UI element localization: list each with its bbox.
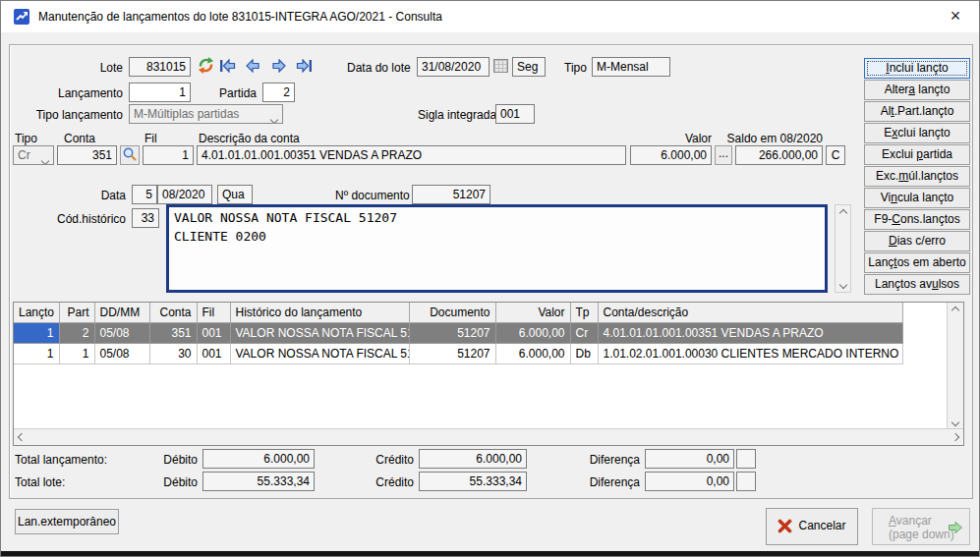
vincula-lancto-button[interactable]: Vincula lançto xyxy=(864,188,970,208)
saldo-label: Saldo em 08/2020 xyxy=(689,132,823,145)
conta-tipo-label: Tipo xyxy=(15,132,37,145)
nav-first-icon[interactable] xyxy=(219,59,236,73)
debito-label: Débito xyxy=(148,475,198,489)
grid-vertical-scrollbar[interactable] xyxy=(947,303,963,429)
conta-field[interactable]: 351 xyxy=(57,145,117,165)
search-icon xyxy=(122,146,138,162)
partida-label: Partida xyxy=(198,86,257,100)
total-lancamento-diferenca-field: 0,00 xyxy=(645,449,734,469)
col-conta: Conta xyxy=(149,303,197,322)
scroll-down-icon[interactable] xyxy=(948,415,963,429)
close-icon: × xyxy=(951,6,961,26)
nav-last-icon[interactable] xyxy=(296,59,313,73)
scroll-right-icon[interactable] xyxy=(948,429,963,445)
tipo-lancamento-select[interactable]: M-Múltiplas partidas xyxy=(129,104,283,124)
valor-field[interactable]: 6.000,00 xyxy=(630,145,712,165)
col-tp: Tp xyxy=(570,303,598,322)
lanctos-avulsos-button[interactable]: Lançtos avulsos xyxy=(864,274,970,295)
total-lote-dc-box xyxy=(736,472,756,491)
nav-next-icon[interactable] xyxy=(270,59,287,73)
altera-lancto-button[interactable]: Altera lançto xyxy=(864,80,970,100)
conta-label: Conta xyxy=(64,132,95,145)
data-semana-field: Qua xyxy=(217,185,253,204)
weekday-lote-field: Seg xyxy=(512,57,546,77)
scroll-up-icon[interactable] xyxy=(836,205,850,220)
lancamentos-grid: Lançto Part DD/MM Conta Fil Histórico do… xyxy=(13,302,964,446)
col-part: Part xyxy=(59,303,94,322)
data-do-lote-label: Data do lote xyxy=(347,61,411,75)
inclui-lancto-button[interactable]: Inclui lançto xyxy=(864,58,970,79)
col-historico: Histórico do lançamento xyxy=(230,303,409,322)
exclui-partida-button[interactable]: Exclui partida xyxy=(864,144,970,165)
conta-tipo-select[interactable]: Cr xyxy=(13,145,54,165)
total-lote-diferenca-field: 0,00 xyxy=(645,472,734,491)
cancelar-button[interactable]: Cancelar xyxy=(766,508,858,545)
historico-label: Cód.histórico xyxy=(30,212,126,226)
total-lote-credito-field: 55.333,34 xyxy=(419,472,527,491)
documento-field[interactable]: 51207 xyxy=(412,185,490,204)
lote-field[interactable]: 831015 xyxy=(129,57,191,77)
refresh-icon[interactable] xyxy=(197,56,215,75)
dias-c-erro-button[interactable]: Dias c/erro xyxy=(864,231,970,251)
data-mes-field[interactable]: 08/2020 xyxy=(157,185,212,204)
scroll-up-icon[interactable] xyxy=(948,303,963,317)
total-lancamento-debito-field: 6.000,00 xyxy=(202,449,315,469)
alt-part-lancto-button[interactable]: Alt.Part.lançto xyxy=(864,101,970,122)
lancamento-label: Lançamento xyxy=(30,86,123,100)
data-do-lote-field[interactable]: 31/08/2020 xyxy=(417,57,490,77)
calendar-icon[interactable] xyxy=(493,59,508,73)
col-fil: Fil xyxy=(197,303,230,322)
conta-search-button[interactable] xyxy=(120,145,140,165)
titlebar: Manutenção de lançamentos do lote 831015… xyxy=(1,1,979,32)
credito-label: Crédito xyxy=(365,475,414,489)
saldo-field: 266.000,00 xyxy=(735,145,823,165)
credito-label: Crédito xyxy=(365,453,414,467)
fil-label: Fil xyxy=(144,132,157,145)
exc-mul-lanctos-button[interactable]: Exc.múl.lançtos xyxy=(864,166,970,187)
chevron-down-icon xyxy=(42,151,48,165)
grid-header-row: Lançto Part DD/MM Conta Fil Histórico do… xyxy=(14,303,902,322)
table-row[interactable]: 1 1 05/08 30 001 VALOR NOSSA NOTA FISCAL… xyxy=(14,343,902,363)
nav-previous-icon[interactable] xyxy=(245,59,261,73)
table-row[interactable]: 1 2 05/08 351 001 VALOR NOSSA NOTA FISCA… xyxy=(14,322,902,343)
data-dia-field[interactable]: 5 xyxy=(132,185,157,204)
diferenca-label: Diferença xyxy=(581,475,640,489)
grid-horizontal-scrollbar[interactable] xyxy=(14,428,963,445)
col-documento: Documento xyxy=(409,303,495,322)
advance-arrow-icon xyxy=(948,521,963,534)
historico-scrollbar[interactable] xyxy=(835,204,851,293)
col-valor: Valor xyxy=(495,303,570,322)
total-lancamento-label: Total lançamento: xyxy=(15,453,107,467)
total-lancamento-credito-field: 6.000,00 xyxy=(419,449,527,469)
sigla-integrada-label: Sigla integrada xyxy=(418,108,496,122)
tipo-label: Tipo xyxy=(564,61,587,75)
fil-field[interactable]: 1 xyxy=(143,145,194,165)
f9-cons-lanctos-button[interactable]: F9-Cons.lançtos xyxy=(864,209,970,230)
scroll-left-icon[interactable] xyxy=(14,429,29,445)
historico-cod-field[interactable]: 33 xyxy=(132,208,159,228)
grid-table: Lançto Part DD/MM Conta Fil Histórico do… xyxy=(14,303,903,364)
descricao-conta-field[interactable]: 4.01.01.01.001.00351 VENDAS A PRAZO xyxy=(197,145,626,165)
scroll-down-icon[interactable] xyxy=(836,277,850,292)
exclui-lancto-button[interactable]: Exclui lançto xyxy=(864,123,970,143)
lanctos-em-aberto-button[interactable]: Lançtos em aberto xyxy=(864,252,970,273)
app-icon xyxy=(14,9,29,25)
valor-more-button[interactable]: ... xyxy=(715,145,732,165)
data-label: Data xyxy=(60,189,126,202)
col-ddmm: DD/MM xyxy=(94,303,149,322)
lancamento-field[interactable]: 1 xyxy=(129,83,191,102)
window-title: Manutenção de lançamentos do lote 831015… xyxy=(38,10,442,24)
close-button[interactable]: × xyxy=(936,1,975,32)
historico-textarea[interactable]: VALOR NOSSA NOTA FISCAL 51207 CLIENTE 02… xyxy=(166,204,828,293)
descricao-conta-label: Descrição da conta xyxy=(199,132,300,145)
total-lote-debito-field: 55.333,34 xyxy=(202,472,315,491)
col-conta-descricao: Conta/descrição xyxy=(598,303,902,322)
sigla-integrada-field[interactable]: 001 xyxy=(495,104,535,124)
lan-extemporaneo-button[interactable]: Lan.extemporâneo xyxy=(15,509,119,534)
tipo-field: M-Mensal xyxy=(592,57,670,77)
lote-maintenance-dialog: Manutenção de lançamentos do lote 831015… xyxy=(0,0,980,557)
avancar-button[interactable]: Avançar (page down) xyxy=(872,508,970,545)
total-lote-label: Total lote: xyxy=(15,475,65,489)
partida-field[interactable]: 2 xyxy=(262,83,295,102)
col-lancto: Lançto xyxy=(14,303,59,322)
